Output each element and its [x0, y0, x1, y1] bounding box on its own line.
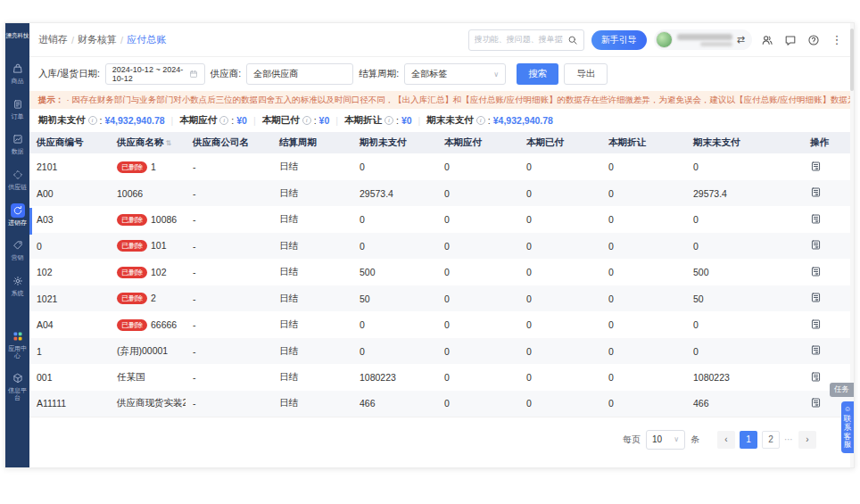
- sidebar-item-chart[interactable]: 数据: [5, 132, 29, 155]
- breadcrumb-item[interactable]: 财务核算: [78, 33, 117, 46]
- export-button[interactable]: 导出: [564, 63, 608, 85]
- detail-icon[interactable]: [810, 292, 822, 303]
- table-row[interactable]: 1 已删除(弃用)00001 - 日结 0 0 0 0 0: [29, 338, 854, 365]
- supplier-value: 全部供应商: [253, 68, 346, 80]
- detail-icon[interactable]: [810, 344, 822, 356]
- sidebar-item-inventory[interactable]: 进销存: [5, 203, 29, 227]
- app-window: 漂亮科技 商品 订单 数据 供应链 进销存 营销 系统 应用中心 信息平台 进销…: [4, 22, 855, 468]
- cell-supplier-name: 已删除1: [110, 153, 186, 180]
- info-icon[interactable]: i: [219, 116, 228, 125]
- table-row[interactable]: 102 已删除102 - 日结 500 0 0 0 500: [29, 259, 854, 285]
- per-page-select[interactable]: 10 ∨: [646, 430, 685, 450]
- contacts-icon[interactable]: [759, 32, 775, 48]
- cell-current-payable: 0: [437, 391, 519, 417]
- breadcrumb-separator: /: [120, 35, 123, 45]
- sidebar-item-apps[interactable]: 应用中心: [5, 329, 29, 359]
- info-icon[interactable]: i: [385, 116, 393, 125]
- detail-icon[interactable]: [810, 397, 822, 409]
- sidebar-item-order[interactable]: 订单: [5, 97, 29, 120]
- column-header: 期初未支付: [352, 132, 437, 153]
- summary-separator: |: [335, 115, 338, 126]
- prev-page-button[interactable]: ‹: [717, 431, 735, 449]
- messages-icon[interactable]: [782, 32, 798, 48]
- info-icon[interactable]: i: [88, 116, 97, 125]
- task-side-tab[interactable]: 任务: [830, 383, 854, 397]
- breadcrumb-item[interactable]: 进销存: [38, 33, 68, 46]
- table-row[interactable]: 2101 已删除1 - 日结 0 0 0 0 0: [29, 153, 854, 180]
- cell-closing-unpaid: 466: [686, 391, 803, 417]
- cell-company: -: [186, 391, 272, 417]
- detail-icon[interactable]: [810, 213, 822, 225]
- order-icon: [11, 97, 25, 112]
- global-search-input[interactable]: 搜功能、搜问题、搜单据: [468, 29, 584, 51]
- cell-closing-unpaid: 0: [686, 311, 803, 338]
- table-row[interactable]: A00 已删除10066 - 日结 29573.4 0 0 0 29573.4: [29, 180, 854, 207]
- sidebar-item-bag[interactable]: 商品: [5, 62, 29, 85]
- cell-company: -: [186, 364, 272, 391]
- cell-current-discount: 0: [601, 338, 686, 365]
- info-icon[interactable]: i: [476, 116, 485, 125]
- filter-bar: 入库/退货日期: 2024-10-12 ~ 2024-10-12 供应商: 全部…: [29, 57, 854, 91]
- date-range-input[interactable]: 2024-10-12 ~ 2024-10-12: [105, 63, 205, 85]
- table-row[interactable]: 001 已删除任某国 - 日结 1080223 0 0 0 1080223: [29, 364, 854, 391]
- detail-icon[interactable]: [810, 371, 822, 383]
- pages-ellipsis[interactable]: ⋯: [784, 434, 794, 444]
- scrollbar-thumb[interactable]: [850, 29, 854, 91]
- sidebar-item-tag[interactable]: 营销: [5, 238, 29, 261]
- cell-opening-unpaid: 29573.4: [352, 180, 437, 207]
- column-header: 供应商公司名: [186, 132, 272, 153]
- customer-service-tab[interactable]: ☺ 联系客服: [841, 401, 854, 453]
- cell-current-payable: 0: [437, 364, 519, 391]
- column-header[interactable]: 供应商名称⇅: [110, 132, 186, 153]
- cell-opening-unpaid: 1080223: [352, 364, 437, 391]
- user-account[interactable]: ⇄: [654, 29, 752, 50]
- cell-closing-unpaid: 0: [686, 206, 803, 233]
- table-row[interactable]: 1021 已删除2 - 日结 50 0 0 0 50: [29, 285, 854, 312]
- breadcrumb-separator: /: [71, 35, 74, 45]
- more-menu-icon[interactable]: ⋮: [829, 32, 845, 48]
- next-page-button[interactable]: ›: [798, 431, 816, 449]
- column-header: 本期应付: [437, 132, 519, 153]
- cell-current-payable: 0: [437, 338, 519, 365]
- help-icon[interactable]: [806, 32, 822, 48]
- cell-company: -: [186, 153, 272, 180]
- detail-icon[interactable]: [810, 318, 822, 330]
- deleted-badge: 已删除: [117, 161, 147, 173]
- search-button[interactable]: 搜索: [517, 63, 558, 85]
- sidebar-item-supply[interactable]: 供应链: [5, 168, 29, 191]
- detail-icon[interactable]: [810, 186, 822, 198]
- cell-supplier-code: 2101: [29, 153, 110, 180]
- page-button-1[interactable]: 1: [740, 431, 757, 449]
- detail-icon[interactable]: [810, 266, 822, 277]
- cell-company: -: [186, 233, 272, 260]
- summary-bar: 期初未支付 i : ¥4,932,940.78 | 本期应付 i : ¥0 | …: [29, 109, 854, 132]
- cell-opening-unpaid: 0: [352, 338, 437, 365]
- supplier-input[interactable]: 全部供应商: [246, 63, 353, 85]
- newbie-guide-button[interactable]: 新手引导: [591, 30, 647, 50]
- cell-opening-unpaid: 50: [352, 285, 437, 312]
- period-select[interactable]: 全部标签 ∨: [404, 63, 506, 85]
- summary-item: 期初未支付 i : ¥4,932,940.78: [38, 114, 165, 127]
- cell-current-discount: 0: [601, 206, 686, 233]
- cell-supplier-code: 001: [29, 364, 110, 391]
- table-row[interactable]: A03 已删除10086 - 日结 0 0 0 0 0: [29, 206, 854, 233]
- table-row[interactable]: A11111 已删除供应商现货实装2333 - 日结 466 0 0 0 466: [29, 391, 854, 417]
- detail-icon[interactable]: [810, 239, 822, 251]
- avatar[interactable]: [656, 31, 673, 48]
- detail-icon[interactable]: [810, 161, 822, 172]
- table-row[interactable]: A04 已删除66666 - 日结 0 0 0 0 0: [29, 311, 854, 338]
- page-button-2[interactable]: 2: [762, 431, 780, 449]
- column-header: 本期折让: [601, 132, 686, 153]
- table-row[interactable]: 0 已删除101 - 日结 0 0 0 0 0: [29, 233, 854, 260]
- deleted-badge: 已删除: [117, 293, 147, 304]
- info-icon[interactable]: i: [302, 116, 311, 125]
- cell-current-paid: 0: [519, 338, 601, 365]
- sort-icon[interactable]: ⇅: [166, 139, 172, 147]
- cell-opening-unpaid: 0: [352, 206, 437, 233]
- cell-supplier-code: 0: [29, 233, 110, 260]
- sidebar-item-cube[interactable]: 信息平台: [5, 371, 29, 401]
- sidebar-item-gear[interactable]: 系统: [5, 274, 29, 297]
- switch-account-icon[interactable]: ⇄: [737, 34, 745, 45]
- summary-item: 本期折让 i : ¥0: [344, 114, 412, 127]
- cell-current-discount: 0: [601, 311, 686, 338]
